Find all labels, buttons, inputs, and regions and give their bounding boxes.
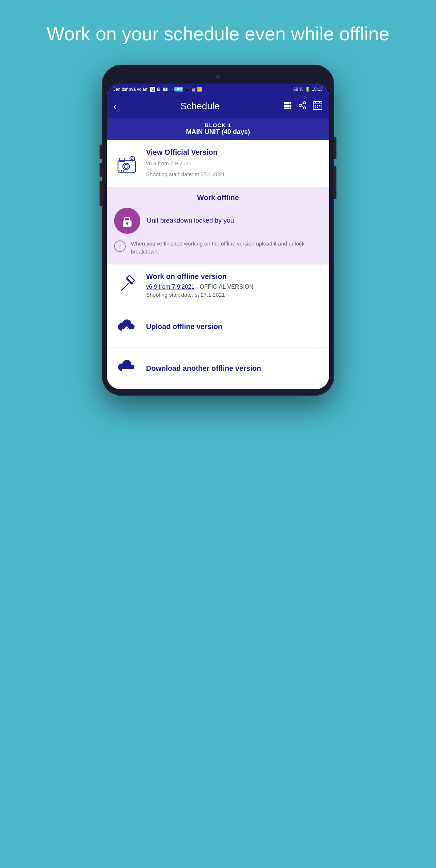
app-header: ‹ Schedule bbox=[107, 95, 329, 118]
svg-rect-38 bbox=[126, 275, 135, 283]
back-button[interactable]: ‹ bbox=[113, 101, 117, 112]
info-icon: ? bbox=[114, 240, 126, 252]
view-official-section[interactable]: View Official Version v6.9 from 7.9.2021… bbox=[107, 140, 329, 187]
info-row: ? When you've finished working on the of… bbox=[114, 240, 322, 256]
svg-line-13 bbox=[301, 103, 304, 105]
status-bar: Jen tísňová volání 🅶 🗓 📧 ··· NFC 📱 ▦ 📶 6… bbox=[107, 84, 329, 95]
version-official: - OFFICIAL VERSION bbox=[196, 284, 254, 290]
share-icon[interactable] bbox=[298, 101, 307, 112]
svg-rect-7 bbox=[287, 108, 290, 109]
phone-camera bbox=[216, 75, 220, 79]
side-button-2[interactable] bbox=[334, 166, 336, 199]
svg-rect-6 bbox=[284, 108, 287, 109]
svg-rect-21 bbox=[315, 107, 316, 108]
work-on-offline-title: Work on offline version bbox=[146, 272, 254, 281]
view-official-content: View Official Version v6.9 from 7.9.2021… bbox=[146, 148, 225, 179]
svg-rect-18 bbox=[315, 105, 316, 106]
svg-rect-2 bbox=[290, 102, 291, 104]
svg-point-11 bbox=[303, 107, 306, 109]
svg-rect-5 bbox=[290, 105, 291, 107]
svg-rect-4 bbox=[287, 105, 290, 107]
block-label: BLOCK 1 bbox=[110, 122, 326, 128]
svg-rect-0 bbox=[284, 102, 287, 104]
work-on-offline-date: Shooting start date: st 27.1.2021 bbox=[146, 292, 254, 298]
svg-rect-3 bbox=[284, 105, 287, 107]
phone-frame: Jen tísňová volání 🅶 🗓 📧 ··· NFC 📱 ▦ 📶 6… bbox=[102, 65, 334, 396]
upload-icon bbox=[114, 314, 140, 340]
upload-offline-section[interactable]: Upload offline version bbox=[107, 306, 329, 348]
page-header: Work on your schedule even while offline bbox=[17, 22, 418, 46]
svg-point-9 bbox=[303, 102, 306, 104]
download-offline-title: Download another offline version bbox=[146, 364, 261, 373]
carrier-text: Jen tísňová volání bbox=[113, 87, 149, 92]
lock-row: Unit breakdown locked by you bbox=[114, 208, 322, 234]
lock-icon bbox=[114, 208, 140, 234]
info-text: When you've finished working on the offl… bbox=[131, 240, 322, 256]
phone-screen: Jen tísňová volání 🅶 🗓 📧 ··· NFC 📱 ▦ 📶 6… bbox=[107, 84, 329, 389]
svg-line-39 bbox=[122, 284, 128, 290]
version-link[interactable]: v6.9 from 7.9.2021 bbox=[146, 284, 194, 290]
app-title: Schedule bbox=[180, 101, 219, 112]
view-official-version: v6.9 from 7.9.2021 bbox=[146, 159, 225, 168]
work-offline-title: Work offline bbox=[114, 194, 322, 202]
time-text: 18:13 bbox=[312, 87, 323, 92]
svg-point-10 bbox=[299, 104, 301, 106]
status-right: 69 % 🔋 18:13 bbox=[294, 87, 323, 92]
svg-point-28 bbox=[131, 158, 133, 160]
status-carrier: Jen tísňová volání 🅶 🗓 📧 ··· NFC 📱 ▦ 📶 bbox=[113, 86, 202, 92]
upload-offline-title: Upload offline version bbox=[146, 323, 222, 331]
hammer-icon bbox=[114, 272, 140, 298]
download-icon bbox=[114, 356, 140, 381]
camera-icon bbox=[114, 151, 140, 176]
svg-rect-8 bbox=[290, 108, 291, 109]
battery-text: 69 % bbox=[294, 87, 303, 92]
svg-point-36 bbox=[126, 222, 128, 224]
view-official-date: Shooting start date: st 27.1.2021 bbox=[146, 170, 225, 179]
view-official-title: View Official Version bbox=[146, 148, 225, 157]
download-offline-section[interactable]: Download another offline version bbox=[107, 348, 329, 389]
work-offline-section: Work offline Unit breakdown locked by yo… bbox=[107, 187, 329, 264]
side-button-1[interactable] bbox=[334, 137, 336, 159]
lock-text: Unit breakdown locked by you bbox=[147, 217, 234, 224]
work-on-offline-section[interactable]: Work on offline version v6.9 from 7.9.20… bbox=[107, 264, 329, 306]
header-icons bbox=[283, 100, 323, 113]
block-header: BLOCK 1 MAIN UNIT (40 days) bbox=[107, 118, 329, 140]
svg-rect-19 bbox=[317, 105, 318, 106]
svg-point-25 bbox=[124, 164, 128, 168]
nfc-badge: NFC bbox=[174, 87, 183, 92]
svg-rect-23 bbox=[118, 161, 136, 172]
svg-rect-20 bbox=[319, 105, 320, 106]
block-subtitle: MAIN UNIT (40 days) bbox=[110, 128, 326, 136]
svg-rect-1 bbox=[287, 102, 290, 104]
calendar-icon[interactable] bbox=[312, 100, 323, 113]
svg-line-12 bbox=[301, 106, 304, 107]
grid-icon[interactable] bbox=[283, 101, 292, 112]
work-on-offline-content: Work on offline version v6.9 from 7.9.20… bbox=[146, 272, 254, 298]
work-on-offline-version: v6.9 from 7.9.2021 - OFFICIAL VERSION bbox=[146, 284, 254, 290]
svg-rect-22 bbox=[317, 107, 318, 108]
